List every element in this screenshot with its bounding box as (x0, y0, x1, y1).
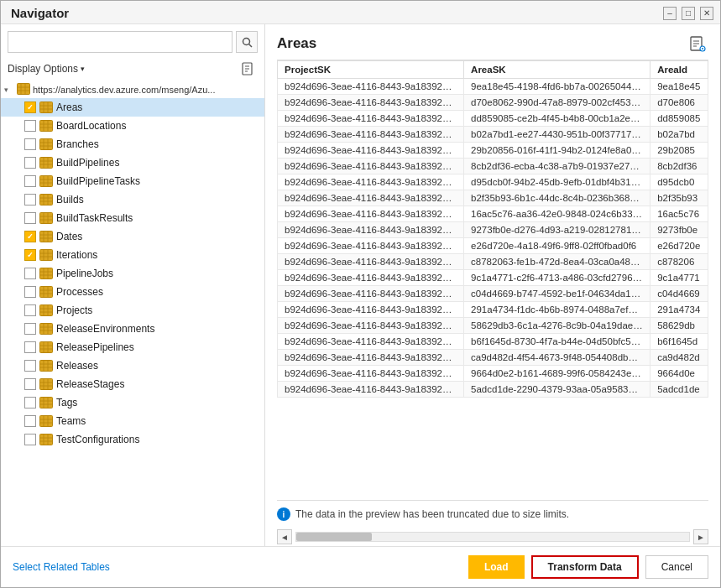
display-options-button[interactable]: Display Options ▾ (8, 63, 85, 75)
tree-item-tags[interactable]: Tags (1, 393, 264, 412)
tree-item-label-dates: Dates (56, 231, 82, 242)
tree-item-builds[interactable]: Builds (1, 190, 264, 209)
maximize-button[interactable]: □ (682, 7, 695, 20)
checkbox-testconfigurations[interactable] (24, 434, 36, 445)
table-cell-2-2: dd859085 (650, 111, 708, 127)
tree-item-buildpipelines[interactable]: BuildPipelines (1, 154, 264, 172)
table-cell-9-1: 9273fb0e-d276-4d93-a219-02812781512b (464, 222, 650, 238)
nav-page-icon[interactable] (239, 60, 258, 78)
checkbox-builds[interactable] (24, 194, 36, 206)
checkbox-releases[interactable] (24, 360, 36, 372)
checkbox-areas[interactable]: ✓ (24, 101, 36, 113)
tree-item-label-builds: Builds (56, 194, 84, 206)
table-cell-1-1: d70e8062-990d-47a8-8979-002cf4536db2 (464, 95, 650, 111)
checkbox-processes[interactable] (24, 286, 36, 298)
cancel-button[interactable]: Cancel (645, 555, 708, 579)
table-row: b924d696-3eae-4116-8443-9a18392d8544d95d… (278, 174, 708, 190)
table-cell-6-2: d95dcb0 (650, 174, 708, 190)
checkbox-releaseenvironments[interactable] (24, 323, 36, 335)
tree-item-buildtaskresults[interactable]: BuildTaskResults (1, 209, 264, 227)
table-cell-10-1: e26d720e-4a18-49f6-9ff8-02ff0fbad0f6 (464, 238, 650, 254)
load-button[interactable]: Load (468, 555, 525, 579)
horizontal-scrollbar[interactable]: ◄ ► (265, 528, 720, 546)
tree-item-branches[interactable]: Branches (1, 135, 264, 154)
table-row: b924d696-3eae-4116-8443-9a18392d8544dd85… (278, 111, 708, 127)
tree-item-dates[interactable]: ✓ Dates (1, 227, 264, 246)
table-icon (39, 138, 53, 150)
table-cell-11-2: c878206 (650, 254, 708, 270)
tree-item-iterations[interactable]: ✓ Iterations (1, 246, 264, 264)
table-cell-4-1: 29b20856-016f-41f1-94b2-0124fe8a01d9 (464, 143, 650, 159)
tree-item-releasepipelines[interactable]: ReleasePipelines (1, 338, 264, 356)
tree-item-processes[interactable]: Processes (1, 283, 264, 301)
tree-item-releasestages[interactable]: ReleaseStages (1, 375, 264, 393)
checkbox-teams[interactable] (24, 415, 36, 427)
svg-rect-86 (40, 379, 53, 390)
checkbox-releasepipelines[interactable] (24, 341, 36, 353)
checkbox-tags[interactable] (24, 397, 36, 408)
checkbox-buildpipelines[interactable] (24, 157, 36, 169)
checkbox-projects[interactable] (24, 304, 36, 316)
tree-item-areas[interactable]: ✓ Areas (1, 98, 264, 117)
search-input[interactable] (8, 31, 232, 53)
search-bar (1, 24, 264, 56)
navigator-window: Navigator – □ ✕ Displ (0, 0, 721, 588)
tree-items-container: ✓ Areas BoardLocations Branches BuildPip… (1, 98, 264, 449)
table-icon (39, 360, 53, 372)
url-tree-node[interactable]: ▾ https://analytics.dev.azure.com/mseng/… (1, 81, 264, 98)
checkbox-iterations[interactable]: ✓ (24, 249, 36, 261)
search-button[interactable] (236, 31, 258, 53)
tree-item-label-teams: Teams (56, 415, 86, 427)
transform-data-button[interactable]: Transform Data (531, 555, 639, 579)
scroll-left-button[interactable]: ◄ (277, 529, 292, 544)
table-cell-3-0: b924d696-3eae-4116-8443-9a18392d8544 (278, 127, 464, 143)
checkbox-releasestages[interactable] (24, 378, 36, 390)
table-icon (39, 378, 53, 390)
scroll-thumb[interactable] (296, 533, 372, 541)
tree-item-releaseenvironments[interactable]: ReleaseEnvironments (1, 320, 264, 338)
table-icon (39, 341, 53, 353)
scroll-right-button[interactable]: ► (693, 529, 708, 544)
svg-line-1 (248, 44, 252, 47)
table-cell-10-0: b924d696-3eae-4116-8443-9a18392d8544 (278, 238, 464, 254)
col-header-areask: AreaSK (464, 61, 650, 79)
checkbox-buildtaskresults[interactable] (24, 212, 36, 224)
select-related-tables-link[interactable]: Select Related Tables (13, 561, 110, 573)
table-cell-5-0: b924d696-3eae-4116-8443-9a18392d8544 (278, 159, 464, 174)
table-icon (39, 415, 53, 427)
checkbox-pipelinejobs[interactable] (24, 268, 36, 279)
table-icon (39, 157, 53, 169)
table-cell-1-2: d70e806 (650, 95, 708, 111)
right-panel-icon-btn[interactable] (687, 33, 708, 55)
tree-item-teams[interactable]: Teams (1, 412, 264, 430)
checkbox-buildpipelinetasks[interactable] (24, 175, 36, 187)
table-icon (39, 304, 53, 316)
checkbox-branches[interactable] (24, 138, 36, 150)
close-button[interactable]: ✕ (700, 7, 713, 20)
table-cell-7-2: b2f35b93 (650, 190, 708, 206)
checkbox-dates[interactable]: ✓ (24, 231, 36, 242)
tree-item-buildpipelinetasks[interactable]: BuildPipelineTasks (1, 172, 264, 190)
table-row: b924d696-3eae-4116-8443-9a18392d8544c878… (278, 254, 708, 270)
scroll-track[interactable] (295, 532, 690, 542)
tree-item-boardlocations[interactable]: BoardLocations (1, 117, 264, 135)
tree-item-testconfigurations[interactable]: TestConfigurations (1, 430, 264, 449)
minimize-button[interactable]: – (663, 7, 677, 20)
table-row: b924d696-3eae-4116-8443-9a18392d8544b2f3… (278, 190, 708, 206)
url-table-icon (17, 83, 30, 96)
tree-item-pipelinejobs[interactable]: PipelineJobs (1, 264, 264, 283)
table-cell-15-1: 58629db3-6c1a-4276-8c9b-04a19daef30a (464, 318, 650, 334)
tree-item-releases[interactable]: Releases (1, 356, 264, 375)
table-cell-5-2: 8cb2df36 (650, 159, 708, 174)
table-cell-2-1: dd859085-ce2b-4f45-b4b8-00cb1a2ec975 (464, 111, 650, 127)
checkbox-boardlocations[interactable] (24, 120, 36, 132)
table-cell-18-1: 9664d0e2-b161-4689-99f6-0584243e0c9d (464, 366, 650, 382)
table-cell-12-2: 9c1a4771 (650, 270, 708, 286)
footer-buttons: Load Transform Data Cancel (468, 555, 708, 579)
tree-item-projects[interactable]: Projects (1, 301, 264, 320)
svg-rect-76 (40, 342, 53, 353)
svg-rect-71 (40, 324, 53, 335)
tree-item-label-releases: Releases (56, 360, 98, 372)
table-cell-18-2: 9664d0e (650, 366, 708, 382)
display-options-row: Display Options ▾ (1, 56, 264, 81)
